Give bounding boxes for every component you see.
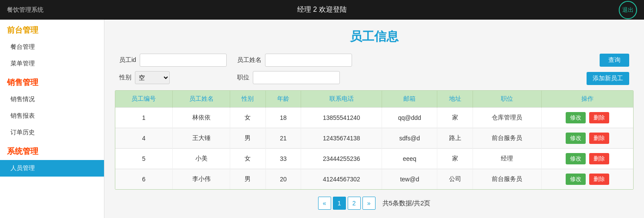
col-age: 年龄 xyxy=(265,91,301,108)
edit-button[interactable]: 修改 xyxy=(566,133,586,144)
col-position: 职位 xyxy=(473,91,541,108)
table-header: 员工编号 员工姓名 性别 年龄 联系电话 邮箱 地址 职位 操作 xyxy=(115,91,633,108)
table-row: 1 林依依 女 18 13855541240 qq@ddd 家 仓库管理员 修改… xyxy=(115,108,633,128)
sidebar-item-sales-report[interactable]: 销售报表 xyxy=(0,108,104,124)
cell-name: 王大锤 xyxy=(172,128,230,149)
col-action: 操作 xyxy=(541,91,633,108)
sidebar: 前台管理 餐台管理 菜单管理 销售管理 销售情况 销售报表 订单历史 系统管理 … xyxy=(0,20,104,218)
edit-button[interactable]: 修改 xyxy=(566,112,586,123)
employee-name-label: 员工姓名 xyxy=(237,56,262,64)
gender-label: 性别 xyxy=(119,74,131,82)
layout: 前台管理 餐台管理 菜单管理 销售管理 销售情况 销售报表 订单历史 系统管理 … xyxy=(0,20,644,218)
table-row: 6 李小伟 男 20 41244567302 tew@d 公司 前台服务员 修改… xyxy=(115,169,633,190)
employee-id-label: 员工id xyxy=(119,56,136,64)
gender-select[interactable]: 空 男 女 xyxy=(135,71,170,84)
page-2-button[interactable]: 2 xyxy=(348,197,361,210)
position-input[interactable] xyxy=(253,71,340,84)
cell-address: 家 xyxy=(437,149,473,169)
position-label: 职位 xyxy=(237,74,249,82)
cell-gender: 男 xyxy=(230,128,266,149)
delete-button[interactable]: 删除 xyxy=(589,133,609,144)
col-id: 员工编号 xyxy=(115,91,172,108)
edit-button[interactable]: 修改 xyxy=(566,153,586,164)
sidebar-item-sales-status[interactable]: 销售情况 xyxy=(0,91,104,108)
cell-id: 1 xyxy=(115,108,172,128)
cell-id: 5 xyxy=(115,149,172,169)
sidebar-section-system: 系统管理 xyxy=(0,141,104,160)
pagination: « 1 2 » 共5条数据/共2页 xyxy=(115,197,634,210)
employee-id-row: 员工id xyxy=(119,54,227,67)
employee-name-input[interactable] xyxy=(265,54,352,67)
cell-age: 20 xyxy=(265,169,301,190)
delete-button[interactable]: 删除 xyxy=(589,174,609,185)
employee-name-row: 员工姓名 xyxy=(237,54,352,67)
cell-name: 林依依 xyxy=(172,108,230,128)
app-title: 餐饮管理系统 xyxy=(7,6,44,14)
sidebar-item-order-history[interactable]: 订单历史 xyxy=(0,124,104,141)
cell-name: 李小伟 xyxy=(172,169,230,190)
table-row: 5 小美 女 33 23444255236 eeeq 家 经理 修改 删除 xyxy=(115,149,633,169)
add-employee-button[interactable]: 添加新员工 xyxy=(587,72,629,85)
col-email: 邮箱 xyxy=(382,91,437,108)
welcome-text: 经理 2 欢迎登陆 xyxy=(297,5,347,14)
cell-name: 小美 xyxy=(172,149,230,169)
cell-id: 6 xyxy=(115,169,172,190)
sidebar-item-menu-mgmt[interactable]: 菜单管理 xyxy=(0,55,104,72)
cell-address: 路上 xyxy=(437,128,473,149)
cell-phone: 13855541240 xyxy=(301,108,382,128)
main-content: 员工信息 员工id 性别 空 男 女 员工姓名 xyxy=(104,20,644,218)
employee-table-wrapper: 员工编号 员工姓名 性别 年龄 联系电话 邮箱 地址 职位 操作 1 林依依 女… xyxy=(115,90,634,190)
sidebar-section-sales: 销售管理 xyxy=(0,72,104,91)
cell-gender: 女 xyxy=(230,108,266,128)
cell-phone: 12435674138 xyxy=(301,128,382,149)
logout-button[interactable]: 退出 xyxy=(619,1,637,19)
cell-gender: 女 xyxy=(230,149,266,169)
cell-gender: 男 xyxy=(230,169,266,190)
cell-phone: 23444255236 xyxy=(301,149,382,169)
header: 餐饮管理系统 经理 2 欢迎登陆 退出 xyxy=(0,0,644,20)
page-title: 员工信息 xyxy=(115,28,634,45)
col-phone: 联系电话 xyxy=(301,91,382,108)
col-gender: 性别 xyxy=(230,91,266,108)
cell-actions: 修改 删除 xyxy=(541,149,633,169)
table-row: 4 王大锤 男 21 12435674138 sdfs@d 路上 前台服务员 修… xyxy=(115,128,633,149)
sidebar-item-table-mgmt[interactable]: 餐台管理 xyxy=(0,39,104,55)
cell-email: eeeq xyxy=(382,149,437,169)
employee-table: 员工编号 员工姓名 性别 年龄 联系电话 邮箱 地址 职位 操作 1 林依依 女… xyxy=(115,91,633,189)
table-body: 1 林依依 女 18 13855541240 qq@ddd 家 仓库管理员 修改… xyxy=(115,108,633,190)
edit-button[interactable]: 修改 xyxy=(566,174,586,185)
next-page-button[interactable]: » xyxy=(362,197,376,210)
sidebar-item-staff-mgmt[interactable]: 人员管理 xyxy=(0,160,104,177)
cell-phone: 41244567302 xyxy=(301,169,382,190)
cell-address: 公司 xyxy=(437,169,473,190)
cell-age: 18 xyxy=(265,108,301,128)
gender-row: 性别 空 男 女 xyxy=(119,71,227,84)
employee-id-input[interactable] xyxy=(140,54,227,67)
search-area: 员工id 性别 空 男 女 员工姓名 职位 xyxy=(115,54,634,84)
delete-button[interactable]: 删除 xyxy=(589,153,609,164)
position-row: 职位 xyxy=(237,71,352,84)
search-actions: 查询 添加新员工 xyxy=(587,54,629,85)
cell-position: 经理 xyxy=(473,149,541,169)
cell-age: 33 xyxy=(265,149,301,169)
page-1-button[interactable]: 1 xyxy=(333,197,346,210)
pagination-info: 共5条数据/共2页 xyxy=(382,199,431,208)
search-right: 员工姓名 职位 xyxy=(237,54,352,84)
cell-position: 前台服务员 xyxy=(473,128,541,149)
cell-address: 家 xyxy=(437,108,473,128)
cell-actions: 修改 删除 xyxy=(541,128,633,149)
cell-id: 4 xyxy=(115,128,172,149)
search-left: 员工id 性别 空 男 女 xyxy=(119,54,227,84)
cell-email: qq@ddd xyxy=(382,108,437,128)
cell-position: 前台服务员 xyxy=(473,169,541,190)
cell-position: 仓库管理员 xyxy=(473,108,541,128)
query-button[interactable]: 查询 xyxy=(600,54,629,67)
cell-email: sdfs@d xyxy=(382,128,437,149)
cell-actions: 修改 删除 xyxy=(541,108,633,128)
col-name: 员工姓名 xyxy=(172,91,230,108)
col-address: 地址 xyxy=(437,91,473,108)
sidebar-section-frontdesk: 前台管理 xyxy=(0,20,104,39)
cell-actions: 修改 删除 xyxy=(541,169,633,190)
delete-button[interactable]: 删除 xyxy=(589,112,609,123)
prev-page-button[interactable]: « xyxy=(318,197,331,210)
